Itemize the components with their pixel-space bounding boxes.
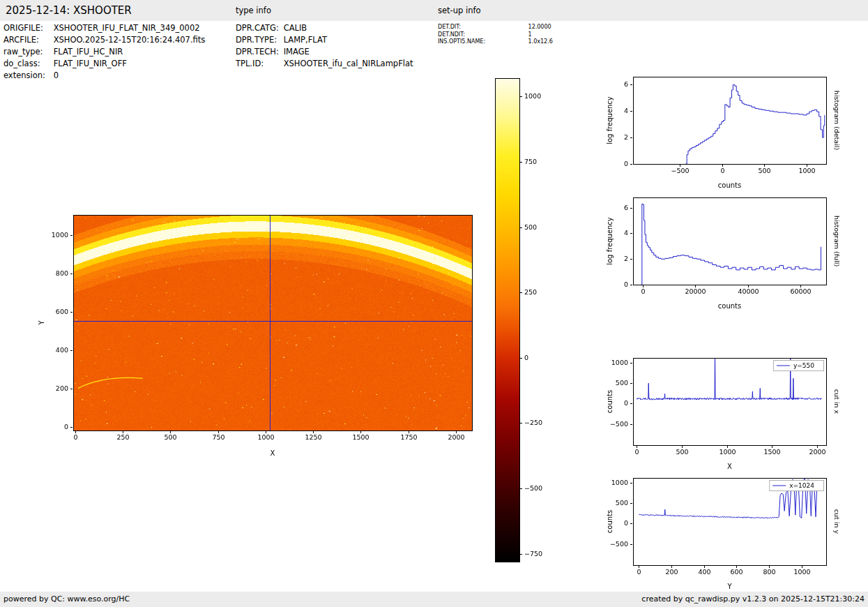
dpr-tech-value: IMAGE	[284, 47, 310, 57]
file-info-row: extension: 0	[3, 70, 205, 82]
histogram-full-plot	[600, 186, 868, 320]
file-info-row: ARCFILE: XSHOO.2025-12-15T20:16:24.407.f…	[3, 35, 205, 47]
type-info-row: DPR.TECH: IMAGE	[236, 47, 413, 59]
ins-opti5-value: 1.0x12.6	[528, 38, 553, 45]
setup-info-block: DET.DIT: 12.0000 DET.NDIT: 1 INS.OPTI5.N…	[438, 24, 553, 46]
histogram-detail-plot	[600, 65, 868, 199]
ins-opti5-label: INS.OPTI5.NAME:	[438, 38, 526, 45]
report-title: 2025-12-14: XSHOOTER	[6, 0, 132, 21]
rawtype-label: raw_type:	[3, 47, 51, 57]
arcfile-value: XSHOO.2025-12-15T20:16:24.407.fits	[54, 35, 206, 45]
doclass-label: do_class:	[3, 59, 51, 68]
det-dit-value: 12.0000	[528, 24, 551, 30]
type-info-row: DPR.TYPE: LAMP,FLAT	[236, 35, 413, 47]
setup-info-row: INS.OPTI5.NAME: 1.0x12.6	[438, 38, 553, 46]
setup-info-row: DET.NDIT: 1	[438, 31, 553, 39]
dpr-type-label: DPR.TYPE:	[236, 35, 281, 45]
dpr-catg-value: CALIB	[284, 23, 307, 33]
arcfile-label: ARCFILE:	[3, 35, 51, 45]
origfile-label: ORIGFILE:	[3, 23, 51, 33]
footer-created-by: created by qc_rawdisp.py v1.2.3 on 2025-…	[641, 592, 865, 607]
extension-value: 0	[54, 70, 59, 80]
footer-bar: powered by QC: www.eso.org/HC created by…	[0, 592, 868, 607]
cut-in-y-plot	[600, 466, 868, 600]
raw-image-plot	[28, 201, 488, 460]
tpl-id-value: XSHOOTER_ifu_cal_NIRLampFlat	[284, 59, 413, 68]
dpr-catg-label: DPR.CATG:	[236, 23, 281, 33]
type-info-row: TPL.ID: XSHOOTER_ifu_cal_NIRLampFlat	[236, 59, 413, 70]
tpl-id-label: TPL.ID:	[236, 59, 281, 68]
det-ndit-value: 1	[528, 31, 532, 38]
det-ndit-label: DET.NDIT:	[438, 31, 526, 38]
type-info-block: DPR.CATG: CALIB DPR.TYPE: LAMP,FLAT DPR.…	[236, 23, 413, 70]
type-info-row: DPR.CATG: CALIB	[236, 23, 413, 35]
file-info-row: ORIGFILE: XSHOOTER_IFU_FLAT_NIR_349_0002	[3, 23, 205, 35]
dpr-tech-label: DPR.TECH:	[236, 47, 281, 57]
colorbar	[485, 70, 568, 569]
setup-info-heading: set-up info	[438, 0, 481, 21]
file-info-row: do_class: FLAT_IFU_NIR_OFF	[3, 59, 205, 70]
file-info-block: ORIGFILE: XSHOOTER_IFU_FLAT_NIR_349_0002…	[3, 23, 205, 82]
dpr-type-value: LAMP,FLAT	[284, 35, 327, 45]
cut-in-x-plot	[600, 346, 868, 480]
footer-powered-by: powered by QC: www.eso.org/HC	[3, 592, 130, 607]
origfile-value: XSHOOTER_IFU_FLAT_NIR_349_0002	[54, 23, 200, 33]
file-info-row: raw_type: FLAT_IFU_HC_NIR	[3, 47, 205, 59]
extension-label: extension:	[3, 70, 51, 80]
det-dit-label: DET.DIT:	[438, 24, 526, 30]
header-bar: 2025-12-14: XSHOOTER type info set-up in…	[0, 0, 868, 21]
doclass-value: FLAT_IFU_NIR_OFF	[54, 59, 127, 68]
rawtype-value: FLAT_IFU_HC_NIR	[54, 47, 123, 57]
setup-info-row: DET.DIT: 12.0000	[438, 24, 553, 31]
type-info-heading: type info	[236, 0, 271, 21]
qc-report-page: 2025-12-14: XSHOOTER type info set-up in…	[0, 0, 868, 607]
